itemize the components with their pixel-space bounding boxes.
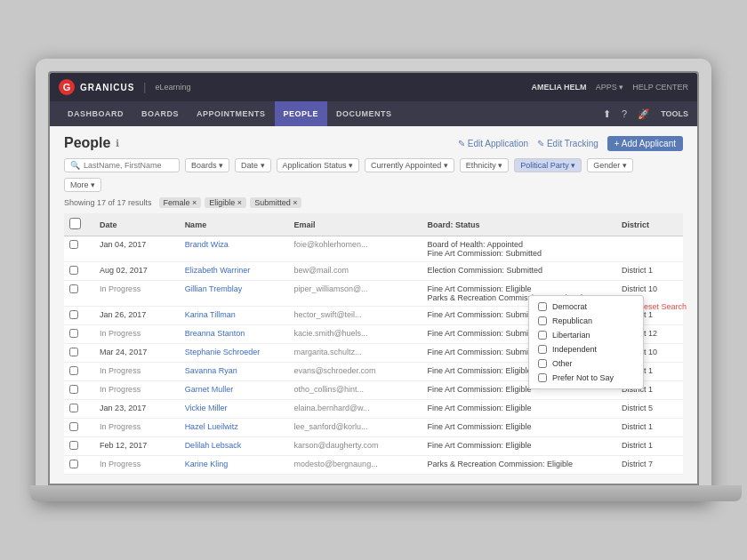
rocket-icon[interactable]: 🚀 (638, 108, 650, 120)
nav-people[interactable]: PEOPLE (275, 101, 328, 126)
row-date: Feb 12, 2017 (94, 437, 180, 456)
row-checkbox-3[interactable] (69, 310, 78, 319)
search-box[interactable]: 🔍 (64, 158, 180, 172)
row-checkbox-8[interactable] (69, 404, 78, 412)
ethnicity-filter-btn[interactable]: Ethnicity ▾ (460, 158, 510, 172)
table-row: In Progress Hazel Lueilwitz lee_sanford@… (64, 419, 683, 437)
gender-filter-btn[interactable]: Gender ▾ (587, 158, 633, 172)
dropdown-item-prefer-not[interactable]: Prefer Not to Say (529, 371, 643, 385)
row-checkbox-5[interactable] (69, 348, 78, 356)
col-header-date[interactable]: Date (94, 213, 180, 236)
help-center-button[interactable]: HELP CENTER (632, 83, 688, 92)
application-status-filter-btn[interactable]: Application Status ▾ (277, 158, 360, 172)
brand-name: GRANICUS (80, 83, 134, 92)
nav-appointments[interactable]: APPOINTMENTS (188, 101, 275, 126)
row-checkbox-cell (64, 281, 94, 307)
row-date: In Progress (94, 363, 180, 381)
table-row: Jan 23, 2017 Vickie Miller elaina.bernha… (64, 400, 683, 419)
political-party-filter-btn[interactable]: Political Party ▾ (514, 158, 582, 172)
row-district: District 1 (616, 419, 683, 437)
dropdown-item-republican[interactable]: Republican (529, 314, 643, 328)
row-checkbox-cell (64, 363, 94, 381)
row-checkbox-1[interactable] (69, 266, 78, 275)
current-user: AMELIA HELM (531, 83, 586, 92)
nav-dashboard[interactable]: DASHBOARD (59, 101, 133, 126)
nav-boards[interactable]: BOARDS (133, 101, 188, 126)
democrat-checkbox[interactable] (538, 302, 547, 311)
col-header-district[interactable]: District (616, 213, 683, 236)
results-count: Showing 17 of 17 results (64, 198, 152, 207)
row-name[interactable]: Gillian Tremblay (180, 281, 289, 307)
row-name[interactable]: Garnet Muller (180, 381, 289, 400)
row-name[interactable]: Stephanie Schroeder (180, 344, 289, 363)
page-header: People ℹ ✎ Edit Application ✎ Edit Track… (64, 135, 683, 151)
independent-checkbox[interactable] (538, 345, 547, 354)
dropdown-item-libertarian[interactable]: Libertarian (529, 328, 643, 342)
dropdown-item-other[interactable]: Other (529, 356, 643, 371)
filter-tag-submitted[interactable]: Submitted × (250, 197, 301, 208)
row-date: Aug 02, 2017 (94, 262, 180, 281)
col-header-board[interactable]: Board: Status (422, 213, 616, 236)
row-name[interactable]: Brandt Wiza (180, 236, 289, 262)
row-name[interactable]: Vickie Miller (180, 400, 289, 419)
other-checkbox[interactable] (538, 359, 547, 368)
nav-documents[interactable]: DOCUMENTS (327, 101, 401, 126)
row-checkbox-9[interactable] (69, 422, 78, 431)
row-name[interactable]: Karine Kling (180, 456, 289, 475)
edit-application-link[interactable]: ✎ Edit Application (458, 139, 528, 148)
row-checkbox-4[interactable] (69, 329, 78, 338)
more-filter-btn[interactable]: More ▾ (64, 178, 101, 192)
row-email: evans@schroeder.com (288, 363, 422, 381)
filter-tag-eligible[interactable]: Eligible × (205, 197, 246, 208)
reset-search-link[interactable]: Reset Search (638, 302, 687, 311)
prefer-not-checkbox[interactable] (538, 373, 547, 382)
prefer-not-label: Prefer Not to Say (552, 373, 614, 382)
row-email: lee_sanford@korlu... (288, 419, 422, 437)
dropdown-item-democrat[interactable]: Democrat (529, 300, 643, 314)
date-filter-btn[interactable]: Date ▾ (235, 158, 271, 172)
col-header-email[interactable]: Email (288, 213, 422, 236)
republican-checkbox[interactable] (538, 316, 547, 325)
row-checkbox-cell (64, 236, 94, 262)
row-date: Mar 24, 2017 (94, 344, 180, 363)
row-checkbox-6[interactable] (69, 366, 78, 375)
page-title-area: People ℹ (64, 135, 119, 151)
libertarian-checkbox[interactable] (538, 331, 547, 340)
filter-tag-female[interactable]: Female × (159, 197, 202, 208)
dropdown-item-independent[interactable]: Independent (529, 342, 643, 356)
tools-button[interactable]: TOOLS (661, 109, 688, 118)
row-checkbox-10[interactable] (69, 441, 78, 450)
row-board-status: Fine Art Commission: Eligible (422, 437, 616, 456)
row-date: Jan 23, 2017 (94, 400, 180, 419)
row-name[interactable]: Elizabeth Warriner (180, 262, 289, 281)
row-name[interactable]: Breanna Stanton (180, 325, 289, 344)
row-email: kacie.smith@huels... (288, 325, 422, 344)
col-header-name[interactable]: Name (180, 213, 289, 236)
apps-button[interactable]: APPS ▾ (596, 83, 624, 92)
row-checkbox-cell (64, 325, 94, 344)
row-checkbox-7[interactable] (69, 385, 78, 394)
edit-tracking-link[interactable]: ✎ Edit Tracking (537, 139, 598, 148)
row-email: piper_williamson@... (288, 281, 422, 307)
row-checkbox-2[interactable] (69, 284, 78, 293)
select-all-checkbox[interactable] (69, 218, 81, 229)
row-checkbox-cell (64, 262, 94, 281)
top-nav-bar: G GRANICUS | eLearning AMELIA HELM APPS … (50, 73, 697, 101)
boards-filter-btn[interactable]: Boards ▾ (185, 158, 229, 172)
currently-appointed-filter-btn[interactable]: Currently Appointed ▾ (365, 158, 454, 172)
row-checkbox-11[interactable] (69, 460, 78, 468)
row-email: otho_collins@hint... (288, 381, 422, 400)
upload-icon[interactable]: ⬆ (603, 108, 611, 120)
search-input[interactable] (84, 161, 173, 170)
row-name[interactable]: Karina Tillman (180, 307, 289, 325)
row-district: District 5 (616, 400, 683, 419)
row-name[interactable]: Hazel Lueilwitz (180, 419, 289, 437)
add-applicant-button[interactable]: + Add Applicant (607, 136, 683, 151)
row-email: karson@daugherty.com (288, 437, 422, 456)
row-district (616, 236, 683, 262)
row-checkbox-0[interactable] (69, 240, 78, 249)
row-name[interactable]: Savanna Ryan (180, 363, 289, 381)
row-name[interactable]: Delilah Lebsack (180, 437, 289, 456)
question-icon[interactable]: ? (622, 108, 627, 119)
row-checkbox-cell (64, 400, 94, 419)
